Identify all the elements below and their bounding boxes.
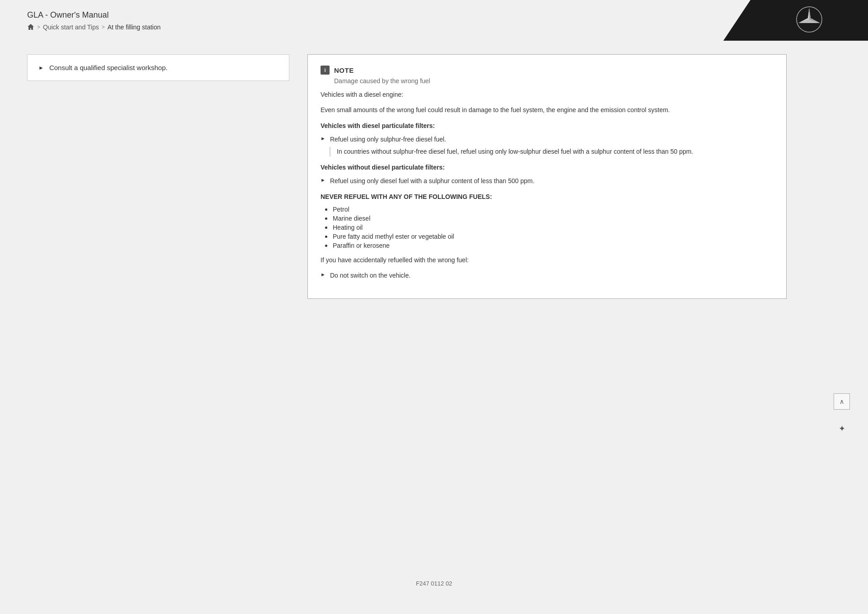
breadcrumb: > Quick start and Tips > At the filling … [27, 24, 160, 31]
breadcrumb-item-2: At the filling station [108, 24, 161, 31]
list-item: Petrol [325, 206, 774, 213]
note-title: NOTE [334, 66, 354, 74]
dot-icon [325, 217, 327, 220]
breadcrumb-sep-1: > [37, 24, 40, 30]
sub-bullet-group: In countries without sulphur-free diesel… [330, 147, 774, 156]
mercedes-logo [796, 6, 823, 35]
bullet-main-text: Refuel using only diesel fuel with a sul… [330, 176, 534, 186]
header: GLA - Owner's Manual > Quick start and T… [0, 0, 868, 41]
note-intro: Vehicles with a diesel engine: [321, 91, 774, 98]
bullet-arrow-icon: ► [321, 136, 326, 141]
bullet-arrow-icon: ► [321, 177, 326, 183]
section4-intro: If you have accidentally refuelled with … [321, 256, 774, 264]
right-panel: i NOTE Damage caused by the wrong fuel V… [307, 54, 787, 299]
section1-bullets: ► Refuel using only sulphur-free diesel … [321, 135, 774, 156]
mercedes-star-icon [796, 6, 823, 33]
main-content: ► Consult a qualified specialist worksho… [0, 41, 814, 312]
section2-heading: Vehicles without diesel particulate filt… [321, 164, 774, 171]
dot-icon [325, 245, 327, 247]
decoration-icon: ✦ [839, 424, 845, 434]
footer: F247 0112 02 [0, 567, 868, 600]
home-icon[interactable] [27, 24, 34, 31]
instruction-arrow-icon: ► [38, 65, 44, 71]
list-item: Paraffin or kerosene [325, 242, 774, 249]
section4-bullets: ► Do not switch on the vehicle. [321, 271, 774, 280]
note-header: i NOTE [321, 66, 774, 75]
sub-bullet-text: In countries without sulphur-free diesel… [337, 147, 774, 156]
list-item: Heating oil [325, 224, 774, 231]
left-panel: ► Consult a qualified specialist worksho… [27, 54, 289, 299]
dot-item-text: Paraffin or kerosene [333, 242, 390, 249]
logo-area [723, 0, 868, 41]
list-item: Marine diesel [325, 215, 774, 222]
dot-item-text: Petrol [333, 206, 349, 213]
dot-list: Petrol Marine diesel Heating oil Pure fa… [321, 206, 774, 249]
section3-heading: NEVER REFUEL WITH ANY OF THE FOLLOWING F… [321, 193, 774, 200]
note-box: i NOTE Damage caused by the wrong fuel V… [307, 54, 787, 299]
footer-text: F247 0112 02 [416, 580, 452, 587]
breadcrumb-item-1[interactable]: Quick start and Tips [43, 24, 99, 31]
dot-icon [325, 236, 327, 238]
bullet-main-text: Refuel using only sulphur-free diesel fu… [330, 135, 446, 144]
bullet-main-text: Do not switch on the vehicle. [330, 271, 410, 280]
dot-item-text: Heating oil [333, 224, 363, 231]
note-body: Even small amounts of the wrong fuel cou… [321, 105, 774, 115]
bullet-arrow-icon: ► [321, 272, 326, 277]
dot-icon [325, 227, 327, 229]
dot-item-text: Marine diesel [333, 215, 370, 222]
breadcrumb-sep-2: > [102, 24, 105, 30]
list-item: ► Refuel using only sulphur-free diesel … [321, 135, 774, 144]
section1-heading: Vehicles with diesel particulate filters… [321, 122, 774, 129]
scroll-up-button[interactable]: ∧ [834, 393, 850, 410]
instruction-text: Consult a qualified specialist workshop. [49, 64, 168, 71]
list-item: Pure fatty acid methyl ester or vegetabl… [325, 233, 774, 240]
note-subtitle: Damage caused by the wrong fuel [321, 77, 774, 85]
dot-icon [325, 208, 327, 211]
instruction-box: ► Consult a qualified specialist worksho… [27, 54, 289, 81]
chevron-up-icon: ∧ [840, 398, 844, 405]
page-title: GLA - Owner's Manual [27, 10, 160, 20]
footer-decoration: ✦ [834, 420, 850, 437]
dot-item-text: Pure fatty acid methyl ester or vegetabl… [333, 233, 454, 240]
list-item: ► Refuel using only diesel fuel with a s… [321, 176, 774, 186]
section2-bullets: ► Refuel using only diesel fuel with a s… [321, 176, 774, 186]
list-item: ► Do not switch on the vehicle. [321, 271, 774, 280]
note-icon: i [321, 66, 330, 75]
header-left: GLA - Owner's Manual > Quick start and T… [27, 10, 160, 31]
